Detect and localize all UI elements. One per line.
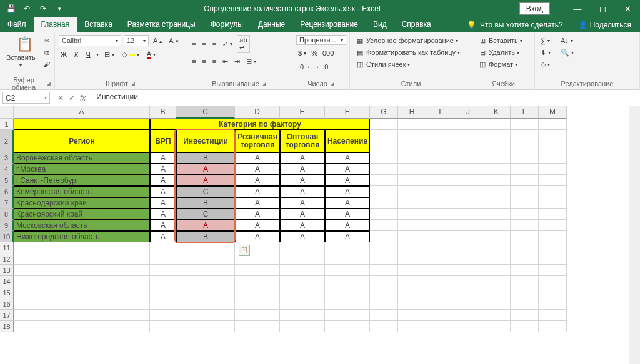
cell[interactable] xyxy=(235,287,280,298)
region-header[interactable]: Регион xyxy=(14,130,150,152)
cell[interactable] xyxy=(454,265,482,276)
format-painter-button[interactable]: 🖌 xyxy=(41,59,53,70)
cell[interactable] xyxy=(150,242,176,253)
indent-dec-button[interactable]: ⇤ xyxy=(221,56,230,67)
cell[interactable] xyxy=(398,265,426,276)
retail-header[interactable]: Розничная торговля xyxy=(235,130,280,152)
cell[interactable] xyxy=(426,164,454,175)
formula-input[interactable]: Инвестиции xyxy=(91,90,640,106)
cell[interactable]: A xyxy=(150,164,176,175)
cell[interactable] xyxy=(235,276,280,287)
paste-button[interactable]: 📋 Вставить ▾ xyxy=(4,35,38,69)
cell[interactable] xyxy=(280,321,325,332)
cell[interactable] xyxy=(280,265,325,276)
region-cell[interactable]: г.Москва xyxy=(14,164,150,175)
cell[interactable] xyxy=(370,231,398,242)
invest-cell[interactable]: B xyxy=(176,231,235,242)
region-cell[interactable]: Московская область xyxy=(14,220,150,231)
cell[interactable] xyxy=(426,175,454,186)
cell[interactable] xyxy=(370,321,398,332)
cell[interactable] xyxy=(539,175,567,186)
row-header-10[interactable]: 10 xyxy=(0,231,14,242)
cell[interactable] xyxy=(176,321,235,332)
region-cell[interactable]: Красноярский край xyxy=(14,209,150,220)
cell[interactable] xyxy=(511,209,539,220)
cell[interactable] xyxy=(539,119,567,130)
cell[interactable]: A xyxy=(235,164,280,175)
cell[interactable] xyxy=(398,321,426,332)
cell[interactable] xyxy=(398,209,426,220)
row-header-3[interactable]: 3 xyxy=(0,152,14,164)
column-headers[interactable]: ABCDEFGHIJKLM xyxy=(14,106,567,119)
tab-вид[interactable]: Вид xyxy=(366,17,394,32)
cell[interactable] xyxy=(511,276,539,287)
cell[interactable]: A xyxy=(325,175,370,186)
cell[interactable] xyxy=(176,242,235,253)
cell[interactable]: A xyxy=(235,186,280,197)
cell[interactable] xyxy=(370,265,398,276)
tab-данные[interactable]: Данные xyxy=(251,17,292,32)
cell[interactable] xyxy=(426,197,454,209)
cell[interactable] xyxy=(325,265,370,276)
format-table-button[interactable]: ▤Форматировать как таблицу▾ xyxy=(354,47,462,58)
cell[interactable] xyxy=(398,220,426,231)
cell[interactable] xyxy=(426,276,454,287)
merge-button[interactable]: ⊟▾ xyxy=(244,56,258,67)
row-header-5[interactable]: 5 xyxy=(0,175,14,186)
cell[interactable] xyxy=(398,276,426,287)
cell-styles-button[interactable]: ◫Стили ячеек▾ xyxy=(354,59,412,70)
category-merged-header[interactable]: Категория по фактору xyxy=(150,119,370,130)
cell[interactable] xyxy=(539,242,567,253)
cell[interactable] xyxy=(14,321,150,332)
cell[interactable] xyxy=(426,265,454,276)
cell[interactable] xyxy=(325,242,370,253)
cell[interactable] xyxy=(398,186,426,197)
cell[interactable] xyxy=(454,197,482,209)
qat-dropdown-icon[interactable]: ▾ xyxy=(54,6,65,12)
cell[interactable] xyxy=(511,119,539,130)
cell[interactable]: A xyxy=(150,186,176,197)
row-header-18[interactable]: 18 xyxy=(0,321,14,332)
number-format-combo[interactable]: Процентн...▾ xyxy=(296,35,346,45)
cell[interactable]: A xyxy=(235,197,280,209)
cell[interactable] xyxy=(454,321,482,332)
cell[interactable] xyxy=(150,287,176,298)
cell[interactable] xyxy=(280,253,325,265)
cell[interactable] xyxy=(398,119,426,130)
indent-inc-button[interactable]: ⇥ xyxy=(232,56,242,67)
cell[interactable] xyxy=(511,220,539,231)
redo-icon[interactable]: ↷ xyxy=(38,4,49,13)
cell[interactable] xyxy=(370,310,398,321)
percent-button[interactable]: % xyxy=(309,47,319,59)
invest-cell[interactable]: A xyxy=(176,220,235,231)
col-header-B[interactable]: B xyxy=(150,106,176,119)
font-name-combo[interactable]: Calibri▾ xyxy=(59,35,121,46)
cell[interactable] xyxy=(482,276,511,287)
cell[interactable] xyxy=(280,287,325,298)
cell[interactable] xyxy=(426,242,454,253)
cell[interactable] xyxy=(370,276,398,287)
delete-cells-button[interactable]: ⊟Удалить▾ xyxy=(476,47,521,58)
minimize-icon[interactable]: — xyxy=(565,4,590,14)
enter-icon[interactable]: ✓ xyxy=(69,94,75,102)
cell[interactable] xyxy=(482,220,511,231)
cell[interactable] xyxy=(539,231,567,242)
fx-icon[interactable]: fx xyxy=(80,94,86,102)
cell[interactable] xyxy=(398,130,426,152)
cell[interactable] xyxy=(511,242,539,253)
cell[interactable] xyxy=(426,209,454,220)
cell[interactable]: A xyxy=(235,231,280,242)
copy-button[interactable]: ⧉ xyxy=(41,47,53,58)
col-header-A[interactable]: A xyxy=(14,106,150,119)
invest-cell[interactable]: B xyxy=(176,197,235,209)
invest-cell[interactable]: C xyxy=(176,209,235,220)
cell[interactable] xyxy=(482,310,511,321)
cell[interactable] xyxy=(370,130,398,152)
cell[interactable] xyxy=(325,276,370,287)
row-header-15[interactable]: 15 xyxy=(0,287,14,298)
wholesale-header[interactable]: Оптовая торговля xyxy=(280,130,325,152)
cell[interactable] xyxy=(454,119,482,130)
cell[interactable] xyxy=(280,242,325,253)
tab-разметка страницы[interactable]: Разметка страницы xyxy=(120,17,203,32)
cell[interactable] xyxy=(426,186,454,197)
